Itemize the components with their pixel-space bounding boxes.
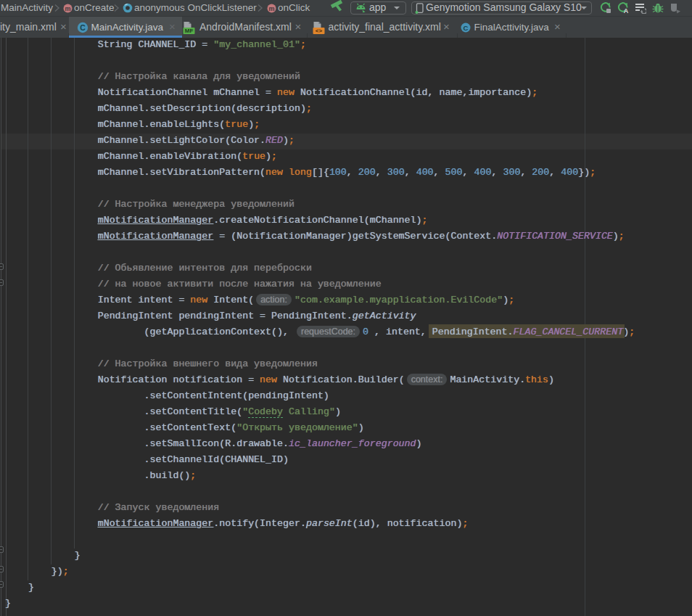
svg-text:m: m (65, 5, 70, 12)
svg-text:<>: <> (316, 28, 323, 34)
svg-text:A: A (624, 7, 629, 14)
svg-text:m: m (268, 5, 274, 12)
svg-text:C: C (80, 23, 86, 32)
svg-text:C: C (464, 24, 469, 32)
svg-text:MF: MF (185, 28, 194, 34)
